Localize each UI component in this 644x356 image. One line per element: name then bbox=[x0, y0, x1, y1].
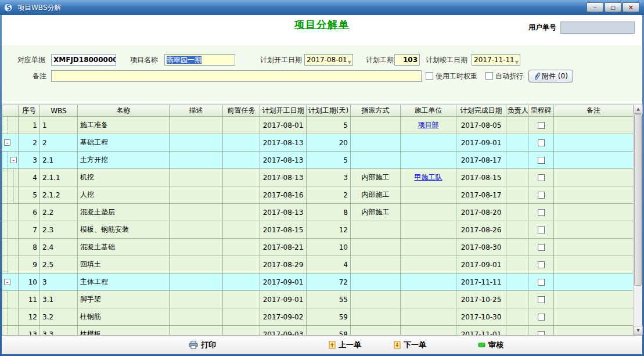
scroll-down-button[interactable]: ▼ bbox=[634, 326, 643, 335]
milestone-checkbox[interactable] bbox=[538, 279, 545, 286]
milestone-checkbox[interactable] bbox=[538, 174, 545, 181]
cell-milestone bbox=[528, 291, 554, 308]
milestone-checkbox[interactable] bbox=[538, 314, 545, 321]
milestone-checkbox[interactable] bbox=[538, 331, 545, 336]
cell-name: 土方开挖 bbox=[78, 152, 170, 169]
tree-connector-line bbox=[7, 186, 8, 203]
next-doc-button[interactable]: 下一单 bbox=[394, 336, 426, 354]
cell-unit bbox=[401, 239, 456, 256]
use-work-hour-weight-checkbox[interactable] bbox=[426, 72, 433, 80]
milestone-checkbox[interactable] bbox=[538, 261, 545, 268]
column-header: 计划完成日期 bbox=[456, 105, 506, 117]
project-name-input[interactable]: 翡翠园一期 bbox=[164, 54, 235, 66]
tree-cell bbox=[2, 204, 19, 221]
cell-remark bbox=[554, 274, 634, 291]
cell-finish: 2017-10-30 bbox=[456, 308, 506, 326]
cell-owner bbox=[506, 326, 528, 336]
milestone-checkbox[interactable] bbox=[538, 226, 545, 233]
collapse-button[interactable]: - bbox=[4, 279, 10, 285]
cell-desc bbox=[170, 169, 223, 186]
tree-cell bbox=[2, 256, 19, 274]
cell-no: 12 bbox=[19, 308, 40, 326]
milestone-checkbox[interactable] bbox=[538, 296, 545, 303]
column-header: 指派方式 bbox=[351, 105, 401, 117]
cell-wbs: 3.1 bbox=[40, 291, 78, 308]
milestone-checkbox[interactable] bbox=[538, 192, 545, 199]
cell-assign bbox=[351, 134, 401, 152]
column-header: WBS bbox=[40, 105, 78, 117]
cell-remark bbox=[554, 221, 634, 239]
doc-label: 对应单据 bbox=[17, 54, 45, 66]
milestone-checkbox[interactable] bbox=[538, 244, 545, 251]
auto-wrap-checkbox[interactable] bbox=[485, 72, 493, 80]
cell-finish: 2017-11-01 bbox=[456, 326, 506, 336]
tree-connector-line bbox=[7, 152, 8, 168]
plan-start-label: 计划开工日期 bbox=[260, 54, 302, 66]
cell-unit: 甲施工队 bbox=[401, 169, 456, 186]
cell-days: 3 bbox=[307, 169, 351, 186]
remark-input[interactable] bbox=[51, 70, 422, 82]
audit-button-label: 审核 bbox=[488, 340, 503, 350]
cell-wbs: 2.2 bbox=[40, 204, 78, 221]
cell-remark bbox=[554, 326, 634, 336]
close-button[interactable]: × bbox=[623, 2, 639, 12]
cell-start: 2017-08-29 bbox=[260, 256, 307, 274]
user-no-input[interactable] bbox=[560, 21, 635, 34]
cell-owner bbox=[506, 117, 528, 134]
previous-doc-button[interactable]: 上一单 bbox=[329, 336, 361, 354]
cell-no: 8 bbox=[19, 239, 40, 256]
cell-unit bbox=[401, 274, 456, 291]
print-button[interactable]: 打印 bbox=[189, 336, 216, 354]
minimize-button[interactable]: − bbox=[587, 2, 603, 12]
audit-icon bbox=[478, 341, 485, 348]
tree-cell bbox=[2, 186, 19, 204]
duration-input[interactable]: 103 bbox=[394, 54, 420, 66]
unit-link[interactable]: 项目部 bbox=[418, 121, 439, 129]
tree-cell bbox=[2, 117, 19, 134]
scroll-up-button[interactable]: ▲ bbox=[634, 105, 643, 114]
column-header: 名称 bbox=[78, 105, 170, 117]
cell-pre bbox=[223, 186, 260, 204]
cell-assign: 内部施工 bbox=[351, 186, 401, 204]
milestone-checkbox[interactable] bbox=[538, 157, 545, 164]
cell-assign bbox=[351, 274, 401, 291]
cell-finish: 2017-11-11 bbox=[456, 274, 506, 291]
use-work-hour-weight-label: 使用工时权重 bbox=[436, 70, 477, 82]
scroll-up-icon: ▲ bbox=[636, 107, 639, 112]
auto-wrap-label: 自动折行 bbox=[495, 70, 523, 82]
cell-finish: 2017-08-17 bbox=[456, 186, 506, 204]
cell-days: 12 bbox=[307, 221, 351, 239]
cell-no: 2 bbox=[19, 134, 40, 152]
project-name-label: 项目名称 bbox=[130, 54, 158, 66]
maximize-button[interactable]: □ bbox=[605, 2, 621, 12]
cell-remark bbox=[554, 291, 634, 308]
cell-wbs: 2.3 bbox=[40, 221, 78, 239]
tree-connector-line bbox=[7, 169, 8, 186]
collapse-button[interactable]: - bbox=[10, 157, 17, 163]
unit-link[interactable]: 甲施工队 bbox=[415, 173, 442, 181]
cell-owner bbox=[506, 204, 528, 221]
plan-start-combo[interactable]: 2017-08-01 ▼ bbox=[304, 54, 353, 66]
vertical-scrollbar[interactable]: ▲ ▼ bbox=[633, 105, 642, 335]
scrollbar-thumb[interactable] bbox=[634, 114, 642, 286]
cell-name: 脚手架 bbox=[78, 291, 170, 308]
milestone-checkbox[interactable] bbox=[538, 122, 545, 129]
audit-button[interactable]: 审核 bbox=[478, 336, 503, 354]
cell-wbs: 2.4 bbox=[40, 239, 78, 256]
cell-name: 人挖 bbox=[78, 186, 170, 204]
table-row: -103主体工程2017-09-01722017-11-11 bbox=[2, 274, 634, 291]
attachment-button-label: 附件 (0) bbox=[542, 71, 568, 81]
cell-milestone bbox=[528, 308, 554, 326]
project-name-value: 翡翠园一期 bbox=[167, 56, 202, 64]
plan-finish-combo[interactable]: 2017-11-11 ▼ bbox=[472, 54, 520, 66]
milestone-checkbox[interactable] bbox=[538, 209, 545, 216]
cell-pre bbox=[223, 308, 260, 326]
milestone-checkbox[interactable] bbox=[538, 139, 545, 146]
doc-input[interactable]: XMFJD180000005 bbox=[51, 54, 116, 66]
collapse-button[interactable]: - bbox=[4, 139, 10, 146]
tree-cell bbox=[2, 239, 19, 256]
table-row: 42.1.1机挖2017-08-133内部施工甲施工队2017-08-15 bbox=[2, 169, 634, 186]
wbs-table-header-row: 序号WBS名称描述前置任务计划开工日期计划工期(天)指派方式施工单位计划完成日期… bbox=[2, 105, 634, 117]
attachment-button[interactable]: 附件 (0) bbox=[528, 70, 573, 82]
cell-owner bbox=[506, 239, 528, 256]
